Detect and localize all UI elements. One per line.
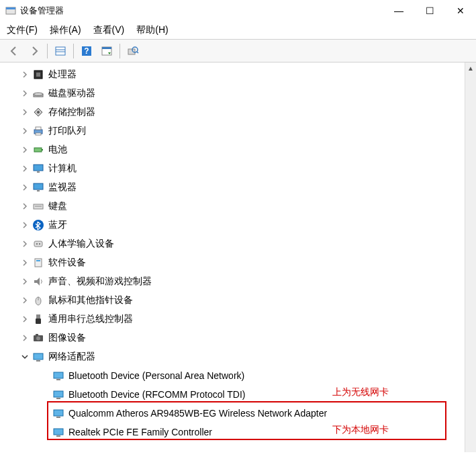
chevron-right-icon[interactable] [20,202,30,211]
chevron-right-icon[interactable] [20,333,30,343]
chevron-down-icon[interactable] [20,352,30,362]
window-icon [5,5,16,16]
chevron-right-icon[interactable] [20,183,30,192]
tree-item[interactable]: 软件设备 [0,253,476,272]
tree-item[interactable]: 计算机 [0,159,476,178]
tree-item-label: 声音、视频和游戏控制器 [48,275,152,288]
tree-child-item[interactable]: Bluetooth Device (RFCOMM Protocol TDI) [0,385,476,404]
scroll-up-icon[interactable]: ▲ [465,62,476,74]
adapter-icon [52,388,64,400]
tree-item[interactable]: 磁盘驱动器 [0,84,476,103]
usb-icon [32,313,44,325]
svg-rect-46 [54,391,63,397]
disk-icon [32,87,44,99]
svg-rect-25 [34,183,43,189]
svg-rect-33 [35,259,42,267]
chevron-right-icon[interactable] [20,239,30,249]
tree-child-item[interactable]: Realtek PCIe FE Family Controller [0,423,476,441]
menu-view[interactable]: 查看(V) [93,24,125,36]
chevron-right-icon[interactable] [20,108,30,117]
tree-item[interactable]: 打印队列 [0,122,476,140]
chevron-right-icon[interactable] [20,89,30,98]
tree-child-label: Realtek PCIe FE Family Controller [68,427,212,437]
tree-item[interactable]: 存储控制器 [0,103,476,122]
chevron-right-icon[interactable] [20,314,30,324]
svg-point-32 [39,243,40,245]
tree-item[interactable]: 电池 [0,140,476,159]
tree-item[interactable]: 声音、视频和游戏控制器 [0,272,476,291]
chevron-right-icon[interactable] [20,296,30,305]
tree-child-item[interactable]: Bluetooth Device (Personal Area Network) [0,366,476,385]
tree-item-label: 计算机 [48,163,77,175]
chevron-right-icon[interactable] [20,220,30,230]
software-icon [32,257,44,269]
close-button[interactable]: ✕ [445,0,476,22]
forward-button[interactable] [25,42,44,60]
adapter-icon [52,407,64,419]
keyboard-icon [32,200,44,212]
svg-rect-21 [34,148,42,152]
storage-icon [32,106,44,118]
scrollbar[interactable]: ▲ [465,62,476,452]
chevron-right-icon[interactable] [20,126,30,136]
tree-item-label: 处理器 [48,69,77,81]
tree-item-label: 鼠标和其他指针设备 [48,294,133,306]
svg-rect-48 [54,410,63,416]
chevron-right-icon[interactable] [20,277,30,286]
chevron-right-icon[interactable] [20,145,30,155]
tree-item-label: 人体学输入设备 [48,238,114,250]
tree-item-label: 磁盘驱动器 [48,87,95,99]
monitor-icon [32,181,44,194]
tree-item[interactable]: 鼠标和其他指针设备 [0,291,476,310]
maximize-button[interactable]: ☐ [414,0,445,22]
tree-item[interactable]: 人体学输入设备 [0,235,476,253]
toolbar-separator [120,44,120,58]
svg-rect-38 [36,319,41,324]
menu-file[interactable]: 文件(F) [7,24,38,36]
svg-rect-2 [56,47,65,55]
monitor-icon [32,163,44,175]
svg-rect-23 [34,165,43,171]
tree-item[interactable]: 通用串行总线控制器 [0,310,476,329]
tree-child-item[interactable]: Qualcomm Atheros AR9485WB-EG Wireless Ne… [0,404,476,423]
chevron-right-icon[interactable] [20,70,30,79]
svg-rect-22 [42,149,43,151]
tree-item[interactable]: 图像设备 [0,329,476,347]
scan-button[interactable] [124,42,142,60]
printer-icon [32,125,44,137]
help-button[interactable]: ? [77,42,96,60]
svg-line-12 [137,51,139,53]
menu-action[interactable]: 操作(A) [50,24,81,36]
tree-item[interactable]: 网络适配器 [0,347,476,366]
device-tree[interactable]: 处理器磁盘驱动器存储控制器打印队列电池计算机监视器键盘蓝牙人体学输入设备软件设备… [0,62,476,452]
tree-item[interactable]: 处理器 [0,65,476,84]
svg-rect-45 [56,379,60,380]
svg-rect-30 [34,241,42,247]
svg-rect-43 [36,360,40,362]
tree-item-label: 网络适配器 [48,351,95,363]
properties-button[interactable] [51,42,70,60]
tree-item-label: 图像设备 [48,332,86,344]
svg-rect-19 [36,127,41,130]
tree-item[interactable]: 键盘 [0,197,476,216]
tree-item-label: 打印队列 [48,125,86,137]
minimize-button[interactable]: — [383,0,414,22]
tree-item[interactable]: 监视器 [0,178,476,197]
toolbar-separator [73,44,74,58]
bluetooth-icon [32,219,44,231]
svg-point-31 [36,243,38,245]
tree-item-label: 电池 [48,144,67,156]
back-button[interactable] [5,42,23,60]
imaging-icon [32,332,44,344]
svg-rect-47 [56,398,60,399]
menu-help[interactable]: 帮助(H) [136,24,168,36]
svg-rect-41 [36,334,38,335]
chevron-right-icon[interactable] [20,164,30,173]
chevron-right-icon[interactable] [20,258,30,267]
svg-rect-49 [56,417,60,418]
svg-rect-34 [36,260,40,261]
action-button[interactable] [97,42,116,60]
tree-item-label: 蓝牙 [48,219,67,231]
svg-point-17 [37,111,40,114]
tree-item[interactable]: 蓝牙 [0,216,476,235]
